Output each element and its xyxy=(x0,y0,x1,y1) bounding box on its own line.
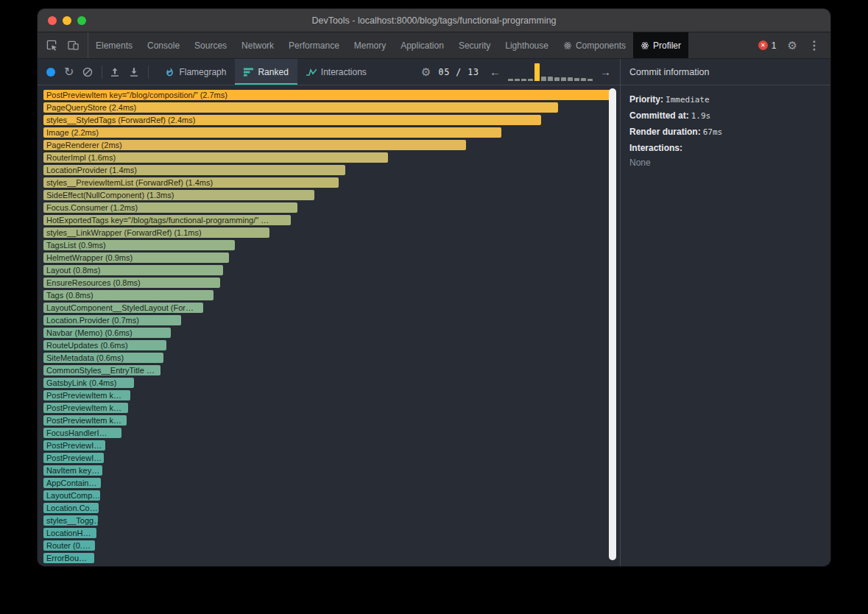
chart-bar[interactable]: Location.Co… xyxy=(43,503,99,513)
tab-application[interactable]: Application xyxy=(393,32,451,58)
device-toolbar-icon[interactable] xyxy=(68,40,79,51)
chart-bar[interactable]: SideEffect(NullComponent) (1.3ms) xyxy=(43,190,314,200)
chart-bar[interactable]: styles__PreviewItemList (ForwardRef) (1.… xyxy=(43,177,339,188)
tab-interactions[interactable]: Interactions xyxy=(297,59,375,85)
field-value: 1.9s xyxy=(691,111,711,121)
commit-bar[interactable] xyxy=(568,77,573,81)
field-value: 67ms xyxy=(703,127,723,137)
chart-bar[interactable]: styles__StyledTags (ForwardRef) (2.4ms) xyxy=(43,115,541,125)
tab-label: Profiler xyxy=(653,40,681,51)
tab-performance[interactable]: Performance xyxy=(281,32,347,58)
devtools-right-controls: ✕ 1 ⚙ ⋮ xyxy=(758,32,830,58)
profiler-settings-gear-icon[interactable]: ⚙ xyxy=(421,66,431,77)
tab-label: Ranked xyxy=(258,67,288,77)
tab-console[interactable]: Console xyxy=(140,32,187,58)
tab-flamegraph[interactable]: Flamegraph xyxy=(156,59,235,85)
chart-bar[interactable]: RouterImpl (1.6ms) xyxy=(43,152,388,163)
window-minimize-button[interactable] xyxy=(63,16,71,25)
chart-bar[interactable]: Navbar (Memo) (0.6ms) xyxy=(43,328,171,338)
inspect-element-icon[interactable] xyxy=(46,40,57,51)
commit-bar[interactable] xyxy=(554,77,560,81)
window-titlebar: DevTools - localhost:8000/blog/tags/func… xyxy=(38,9,830,32)
chart-bar[interactable]: Focus.Consumer (1.2ms) xyxy=(43,202,297,213)
chart-bar[interactable]: PageRenderer (2ms) xyxy=(43,140,466,150)
flame-icon xyxy=(165,67,174,77)
import-profile-icon[interactable] xyxy=(110,67,120,77)
chart-bar[interactable]: FocusHandlerI… xyxy=(43,428,121,438)
commit-bar[interactable] xyxy=(515,79,520,81)
chart-bar[interactable]: PageQueryStore (2.4ms) xyxy=(43,102,558,113)
chart-bar[interactable]: RouteUpdates (0.6ms) xyxy=(43,340,166,350)
tab-ranked[interactable]: Ranked xyxy=(235,59,297,85)
chart-bar[interactable]: Location.Provider (0.7ms) xyxy=(43,315,181,325)
commit-bar[interactable] xyxy=(548,77,553,81)
render-duration-field: Render duration:67ms xyxy=(629,127,822,137)
chart-bar[interactable]: HotExportedTags key="/blog/tags/function… xyxy=(43,215,291,225)
chart-bar[interactable]: Router (0.… xyxy=(43,540,95,551)
chart-bar[interactable]: Image (2.2ms) xyxy=(43,127,501,138)
chart-bar[interactable]: PostPreviewItem k… xyxy=(43,403,128,413)
tab-profiler[interactable]: Profiler xyxy=(633,32,688,58)
chart-bar[interactable]: Tags (0.8ms) xyxy=(43,290,214,300)
chart-bar[interactable]: PostPreviewI… xyxy=(43,453,104,463)
chart-bar[interactable]: SiteMetadata (0.6ms) xyxy=(43,353,163,363)
devtools-tabbar: ElementsConsoleSourcesNetworkPerformance… xyxy=(38,32,830,59)
commit-bar[interactable] xyxy=(561,77,566,81)
chart-bar[interactable]: LocationProvider (1.4ms) xyxy=(43,165,345,175)
chart-bar[interactable]: PostPreviewItem k… xyxy=(43,390,130,400)
tab-memory[interactable]: Memory xyxy=(347,32,393,58)
field-label: Render duration: xyxy=(629,127,701,137)
more-menu-icon[interactable]: ⋮ xyxy=(808,40,820,52)
commit-bar[interactable] xyxy=(508,79,513,81)
chart-bar[interactable]: LocationH… xyxy=(43,528,96,538)
toolbar-divider xyxy=(148,66,149,79)
chart-bar[interactable]: AppContain… xyxy=(43,478,101,488)
chart-bar[interactable]: GatsbyLink (0.4ms) xyxy=(43,378,134,388)
commit-bar[interactable] xyxy=(588,79,593,81)
window-zoom-button[interactable] xyxy=(77,16,86,25)
commit-bar[interactable] xyxy=(528,79,533,81)
tab-label: Components xyxy=(576,40,626,51)
chart-bar[interactable]: PostPreviewItem k… xyxy=(43,415,127,426)
window-title: DevTools - localhost:8000/blog/tags/func… xyxy=(38,15,830,26)
window-close-button[interactable] xyxy=(48,16,57,25)
tab-label: Flamegraph xyxy=(179,67,226,77)
chart-bar[interactable]: CommonStyles__EntryTitle … xyxy=(43,365,160,375)
next-commit-arrow-icon[interactable]: → xyxy=(600,66,611,77)
chart-bar[interactable]: LayoutComp… xyxy=(43,490,100,501)
tab-components[interactable]: Components xyxy=(556,32,633,58)
chart-bar[interactable]: NavItem key… xyxy=(43,465,102,476)
chart-bar[interactable]: styles__Togg… xyxy=(43,515,98,526)
traffic-lights xyxy=(48,16,86,25)
tab-elements[interactable]: Elements xyxy=(88,32,140,58)
commit-bar[interactable] xyxy=(521,79,526,81)
react-atom-icon xyxy=(641,41,649,50)
prev-commit-arrow-icon[interactable]: ← xyxy=(490,66,501,77)
chart-bar[interactable]: ErrorBou… xyxy=(43,553,94,563)
export-profile-icon[interactable] xyxy=(129,67,139,77)
tab-network[interactable]: Network xyxy=(234,32,281,58)
toolbar-divider xyxy=(102,66,102,79)
console-error-badge[interactable]: ✕ 1 xyxy=(758,40,777,51)
vertical-scrollbar[interactable] xyxy=(609,88,616,560)
chart-bar[interactable]: LayoutComponent__StyledLayout (For… xyxy=(43,303,203,313)
commit-bar[interactable] xyxy=(541,77,546,81)
chart-bar[interactable]: PostPreviewItem key="/blog/composition/"… xyxy=(43,90,613,100)
chart-bar[interactable]: styles__LinkWrapper (ForwardRef) (1.1ms) xyxy=(43,227,269,238)
chart-bar[interactable]: TagsList (0.9ms) xyxy=(43,240,235,250)
chart-bar[interactable]: PostPreviewI… xyxy=(43,440,105,451)
tab-security[interactable]: Security xyxy=(451,32,498,58)
interactions-none: None xyxy=(629,158,822,168)
reload-and-profile-icon[interactable]: ↻ xyxy=(64,66,74,78)
commit-bar-selected[interactable] xyxy=(534,63,540,81)
tab-lighthouse[interactable]: Lighthouse xyxy=(498,32,556,58)
tab-sources[interactable]: Sources xyxy=(187,32,234,58)
commit-bar[interactable] xyxy=(574,78,579,81)
record-button[interactable] xyxy=(46,68,55,77)
clear-profile-icon[interactable] xyxy=(82,67,93,77)
chart-bar[interactable]: EnsureResources (0.8ms) xyxy=(43,278,220,288)
chart-bar[interactable]: HelmetWrapper (0.9ms) xyxy=(43,253,229,263)
commit-bar[interactable] xyxy=(581,78,586,81)
settings-gear-icon[interactable]: ⚙ xyxy=(788,40,797,51)
chart-bar[interactable]: Layout (0.8ms) xyxy=(43,265,223,275)
